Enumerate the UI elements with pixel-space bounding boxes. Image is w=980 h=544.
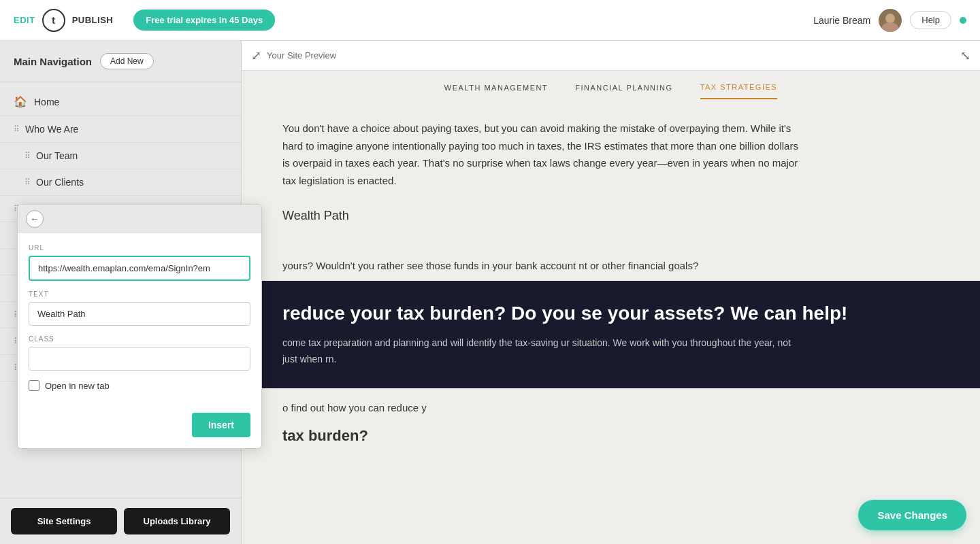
topbar-right: Laurie Bream Help bbox=[813, 9, 966, 32]
preview-area: ⤢ Your Site Preview ⤡ WEALTH MANAGEMENT … bbox=[242, 41, 980, 544]
main-navigation-title: Main Navigation bbox=[14, 56, 92, 67]
dark-text: come tax preparation and planning and wi… bbox=[282, 335, 800, 368]
sidebar-item-label: Our Team bbox=[36, 150, 78, 161]
link-editor-body: URL Text Class Open in new tab bbox=[18, 233, 261, 413]
logo-circle: t bbox=[42, 9, 65, 32]
fullscreen-icon[interactable]: ⤡ bbox=[960, 48, 970, 63]
partial-text: yours? Wouldn't you rather see those fun… bbox=[282, 258, 939, 274]
partial-content: yours? Wouldn't you rather see those fun… bbox=[242, 258, 980, 281]
trial-badge: Free trial expires in 45 Days bbox=[133, 10, 275, 31]
help-button[interactable]: Help bbox=[910, 11, 951, 29]
sidebar-item-home[interactable]: 🏠 Home bbox=[0, 88, 241, 116]
bottom-text-section: tax burden? bbox=[242, 427, 980, 445]
sidebar-footer: Site Settings Uploads Library bbox=[0, 498, 241, 544]
link-editor-popup: ← URL Text Class Open in new tab Insert bbox=[17, 204, 262, 449]
preview-left: ⤢ Your Site Preview bbox=[251, 48, 336, 63]
sidebar-item-who-we-are[interactable]: ⠿ Who We Are bbox=[0, 116, 241, 143]
uploads-library-button[interactable]: Uploads Library bbox=[124, 508, 230, 534]
drag-handle-icon: ⠿ bbox=[14, 124, 20, 134]
back-button[interactable]: ← bbox=[26, 210, 44, 228]
online-indicator bbox=[960, 17, 966, 24]
edit-button[interactable]: EDIT bbox=[14, 15, 35, 25]
publish-button[interactable]: PUBLISH bbox=[72, 15, 114, 25]
url-input[interactable] bbox=[29, 256, 250, 281]
save-changes-button[interactable]: Save Changes bbox=[858, 500, 966, 530]
url-label: URL bbox=[29, 244, 250, 252]
sidebar-item-our-clients[interactable]: ⠿ Our Clients bbox=[0, 169, 241, 196]
add-new-button[interactable]: Add New bbox=[100, 53, 154, 69]
drag-handle-icon: ⠿ bbox=[24, 177, 31, 187]
expand-icon: ⤢ bbox=[251, 48, 261, 63]
dark-heading: reduce your tax burden? Do you se your a… bbox=[282, 301, 939, 326]
sidebar-item-label: Home bbox=[34, 97, 59, 107]
class-input[interactable] bbox=[29, 347, 250, 371]
link-editor-footer: Insert bbox=[18, 413, 261, 448]
preview-bar: ⤢ Your Site Preview ⤡ bbox=[242, 41, 980, 71]
topbar: EDIT t PUBLISH Free trial expires in 45 … bbox=[0, 0, 980, 41]
sidebar-item-label: Our Clients bbox=[36, 177, 84, 188]
site-nav-financial-planning[interactable]: FINANCIAL PLANNING bbox=[575, 84, 672, 99]
user-name: Laurie Bream bbox=[813, 15, 870, 26]
site-navigation: WEALTH MANAGEMENT FINANCIAL PLANNING TAX… bbox=[242, 71, 980, 99]
site-settings-button[interactable]: Site Settings bbox=[11, 508, 117, 534]
sidebar-item-label: Who We Are bbox=[25, 124, 78, 135]
body-text: You don't have a choice about paying tax… bbox=[282, 120, 800, 189]
cta-section: o find out how you can reduce y bbox=[242, 388, 980, 427]
site-preview: WEALTH MANAGEMENT FINANCIAL PLANNING TAX… bbox=[242, 71, 980, 544]
svg-point-0 bbox=[885, 14, 895, 23]
text-input[interactable] bbox=[29, 302, 250, 326]
open-new-tab-row: Open in new tab bbox=[29, 380, 250, 391]
drag-handle-icon: ⠿ bbox=[24, 151, 31, 160]
site-nav-wealth-management[interactable]: WEALTH MANAGEMENT bbox=[444, 84, 548, 99]
dark-section: reduce your tax burden? Do you se your a… bbox=[242, 281, 980, 388]
preview-label: Your Site Preview bbox=[267, 50, 336, 61]
home-icon: 🏠 bbox=[14, 95, 27, 108]
sidebar-header: Main Navigation Add New bbox=[0, 41, 241, 82]
insert-button[interactable]: Insert bbox=[192, 413, 250, 437]
link-editor-toolbar: ← bbox=[18, 205, 261, 233]
text-label: Text bbox=[29, 290, 250, 298]
bottom-heading: tax burden? bbox=[282, 427, 939, 445]
site-content: You don't have a choice about paying tax… bbox=[242, 99, 980, 258]
open-new-tab-label: Open in new tab bbox=[45, 381, 110, 391]
class-label: Class bbox=[29, 335, 250, 343]
site-nav-tax-strategies[interactable]: TAX STRATEGIES bbox=[700, 83, 778, 99]
avatar bbox=[879, 9, 902, 32]
open-new-tab-checkbox[interactable] bbox=[29, 380, 39, 391]
sidebar-item-our-team[interactable]: ⠿ Our Team bbox=[0, 143, 241, 169]
svg-point-1 bbox=[882, 22, 898, 32]
wealth-path-heading: Wealth Path bbox=[282, 205, 800, 226]
cta-text: o find out how you can reduce y bbox=[282, 402, 939, 413]
